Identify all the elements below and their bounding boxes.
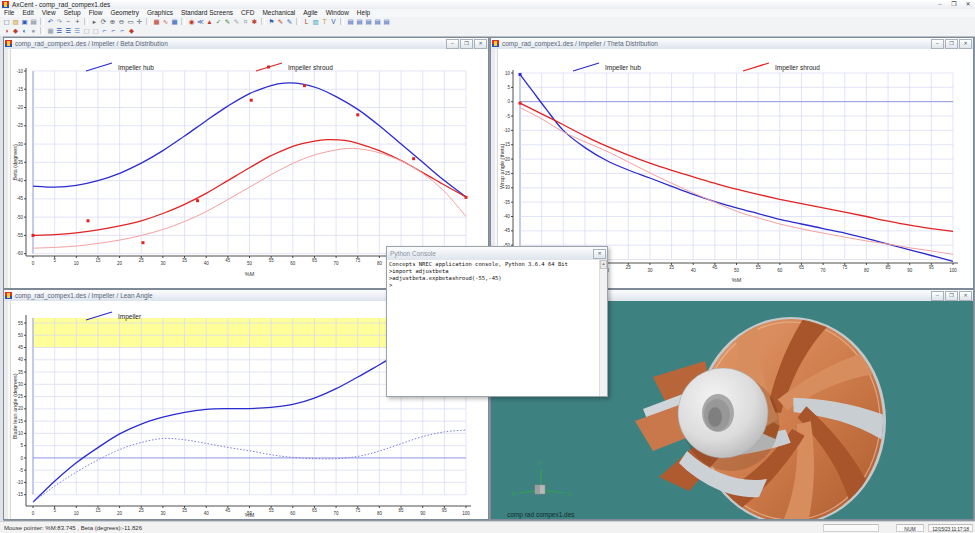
svg-text:10: 10 — [74, 261, 80, 266]
corner-2-icon[interactable]: ⌐ — [109, 26, 118, 35]
list-blue-3-icon[interactable]: ☰ — [73, 26, 82, 35]
marker-points-icon[interactable]: ▲ — [205, 17, 214, 26]
pencil-blue-icon[interactable]: ✎ — [285, 17, 294, 26]
copy-view-icon[interactable]: ▥ — [311, 17, 320, 26]
screen-layout-4-icon[interactable]: ▤ — [373, 17, 382, 26]
menu-item-view[interactable]: View — [38, 9, 60, 17]
zoom-in-icon[interactable]: ⊕ — [108, 17, 117, 26]
burst-red-icon[interactable]: ✱ — [250, 17, 259, 26]
refresh-view-icon[interactable]: ⟳ — [99, 17, 108, 26]
minimize-icon[interactable]: – — [446, 39, 459, 49]
vectors-icon[interactable]: V — [329, 17, 338, 26]
mesh-icon[interactable]: ▦ — [46, 26, 55, 35]
console-text[interactable]: Concepts NREC application console, Pytho… — [389, 261, 599, 396]
open-file-icon[interactable]: ▨ — [11, 17, 20, 26]
svg-text:45: 45 — [712, 265, 718, 270]
minimize-icon[interactable]: – — [931, 39, 944, 49]
blank-2-icon[interactable]: ▢ — [91, 26, 100, 35]
zoom-out-icon[interactable]: ⊖ — [117, 17, 126, 26]
toolbar-separator — [146, 18, 150, 25]
save-file-icon[interactable]: ▣ — [20, 17, 29, 26]
close-icon[interactable]: ✕ — [961, 0, 975, 9]
print-icon[interactable]: ▤ — [29, 17, 38, 26]
console-line: >adjustbeta.expbetashroud(-55,-45) — [389, 275, 599, 282]
zoom-window-icon[interactable]: ▭ — [126, 17, 135, 26]
corner-1-icon[interactable]: ⌐ — [100, 26, 109, 35]
restore-icon[interactable]: ❐ — [460, 39, 473, 49]
bearing-icon[interactable]: ◉ — [187, 17, 196, 26]
scroll-up-icon[interactable]: ▲ — [600, 260, 607, 269]
svg-text:80: 80 — [864, 268, 870, 273]
pencil-gray-icon[interactable]: ✎ — [232, 17, 241, 26]
undo-icon[interactable]: ↶ — [46, 17, 55, 26]
menu-item-graphics[interactable]: Graphics — [143, 9, 177, 17]
menu-item-setup[interactable]: Setup — [60, 9, 85, 17]
grid-edit-icon[interactable]: ⌗ — [241, 17, 250, 26]
console-title-bar[interactable]: Python Console ✕ — [387, 247, 607, 261]
svg-text:80: 80 — [377, 511, 383, 516]
menu-item-standard-screens[interactable]: Standard Screens — [177, 9, 237, 17]
pan-icon[interactable]: ✛ — [135, 17, 144, 26]
screen-layout-5-icon[interactable]: ▤ — [382, 17, 391, 26]
tag-yellow-icon[interactable]: T — [320, 17, 329, 26]
beta-window-title: comp_rad_compex1.des / Impeller / Beta D… — [15, 40, 168, 47]
flag-blue-icon[interactable]: ⚑ — [267, 17, 276, 26]
svg-text:95: 95 — [442, 508, 448, 513]
sphere-dual-icon[interactable]: ◐ — [20, 26, 29, 35]
select-arrow-icon[interactable]: ▸ — [90, 17, 99, 26]
menu-item-mechanical[interactable]: Mechanical — [258, 9, 299, 17]
screen-layout-2-icon[interactable]: ▤ — [355, 17, 364, 26]
close-icon[interactable]: ✕ — [474, 39, 487, 49]
edit-curve-icon[interactable]: ∿ — [161, 17, 170, 26]
redo-icon[interactable]: ↷ — [55, 17, 64, 26]
menu-item-geometry[interactable]: Geometry — [106, 9, 143, 17]
svg-text:-15: -15 — [16, 492, 23, 497]
gauge-icon[interactable]: ◑ — [2, 26, 11, 35]
zoom-plus-icon[interactable]: + — [73, 17, 82, 26]
svg-text:40: 40 — [18, 357, 24, 362]
menu-item-window[interactable]: Window — [322, 9, 353, 17]
new-file-icon[interactable]: ▢ — [2, 17, 11, 26]
analysis-red-icon[interactable]: ◆ — [127, 26, 136, 35]
blank-1-icon[interactable]: ▢ — [82, 26, 91, 35]
restore-icon[interactable]: ❐ — [945, 291, 958, 301]
console-scrollbar[interactable]: ▲ — [599, 260, 607, 396]
menu-item-help[interactable]: Help — [353, 9, 374, 17]
minimize-icon[interactable]: – — [933, 0, 947, 9]
sphere-gray-icon[interactable]: ● — [29, 26, 38, 35]
console-body[interactable]: Concepts NREC application console, Pytho… — [387, 260, 607, 396]
list-blue-1-icon[interactable]: ☰ — [55, 26, 64, 35]
python-console-window[interactable]: Python Console ✕ Concepts NREC applicati… — [386, 246, 608, 397]
component-red-icon[interactable]: ◆ — [11, 26, 20, 35]
menu-item-edit[interactable]: Edit — [18, 9, 37, 17]
svg-text:60: 60 — [290, 261, 296, 266]
close-icon[interactable]: ✕ — [959, 39, 972, 49]
pencil-green-icon[interactable]: ✎ — [223, 17, 232, 26]
label-red-icon[interactable]: L — [302, 17, 311, 26]
menu-item-flow[interactable]: Flow — [85, 9, 107, 17]
check-geometry-icon[interactable]: ✓ — [214, 17, 223, 26]
list-blue-2-icon[interactable]: ☰ — [64, 26, 73, 35]
minimize-icon[interactable]: – — [931, 291, 944, 301]
menu-item-cfd[interactable]: CFD — [237, 9, 258, 17]
menu-item-file[interactable]: File — [0, 9, 18, 17]
screen-layout-1-icon[interactable]: ▤ — [346, 17, 355, 26]
close-icon[interactable]: ✕ — [593, 249, 606, 259]
zoom-minus-icon[interactable]: − — [64, 17, 73, 26]
close-icon[interactable]: ✕ — [959, 291, 972, 301]
toolbar-separator — [84, 18, 88, 25]
svg-text:-55: -55 — [16, 233, 23, 238]
restore-icon[interactable]: ❐ — [945, 39, 958, 49]
pencil-red-icon[interactable]: ✎ — [276, 17, 285, 26]
menu-item-agile[interactable]: Agile — [299, 9, 321, 17]
svg-text:85: 85 — [399, 508, 405, 513]
restore-icon[interactable]: ❐ — [947, 0, 961, 9]
color-palette-icon[interactable]: ▦ — [152, 17, 161, 26]
chart-gutter — [4, 301, 11, 519]
data-table-icon[interactable]: ▦ — [170, 17, 179, 26]
blade-angles-icon[interactable]: ≪ — [196, 17, 205, 26]
document-icon — [492, 40, 499, 47]
svg-text:-60: -60 — [16, 251, 23, 256]
screen-layout-3-icon[interactable]: ▤ — [364, 17, 373, 26]
corner-3-icon[interactable]: ⌐ — [118, 26, 127, 35]
